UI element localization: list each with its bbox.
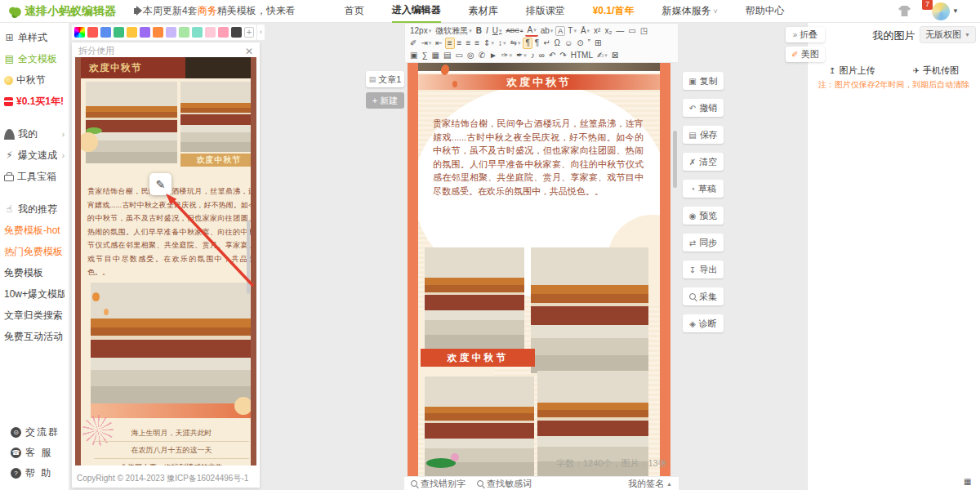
skin-icon[interactable] [898, 6, 911, 16]
find-typo-button[interactable]: 查找错别字 [411, 478, 466, 490]
superscript-button[interactable]: x² [592, 25, 602, 37]
article-content[interactable]: 欢度中秋节 贵家结饰台榭，民间争占酒楼玩月，丝篁鼎沸，连宵嬉戏......古时中… [418, 63, 660, 476]
sidebar-item-help[interactable]: ?帮 助 [0, 463, 69, 483]
edit-pencil-button[interactable]: ✎ [149, 173, 172, 195]
html-button[interactable]: HTML [569, 50, 595, 61]
blockquote-button[interactable]: ‟ [586, 38, 592, 49]
text-style-button[interactable]: T▾ [566, 25, 578, 37]
undo-button[interactable]: ↶ [547, 50, 557, 61]
grid-view-icon[interactable]: ▦ [964, 477, 971, 486]
my-signature-button[interactable]: 我的签名 ▲ [628, 478, 672, 490]
nav-price[interactable]: ¥0.1/首年 [593, 0, 635, 23]
align-center-button[interactable]: ≡ [456, 38, 464, 49]
color-swatch[interactable] [192, 27, 203, 38]
diagnose-button[interactable]: ◈诊断 [683, 314, 724, 332]
new-doc-button[interactable]: ▭ [626, 25, 637, 37]
undo-button[interactable]: ↶撤销 [683, 99, 724, 117]
media-button[interactable]: ► [488, 50, 499, 61]
export-button[interactable]: ↧导出 [683, 261, 724, 278]
preview-button[interactable]: ◉预览 [683, 207, 724, 225]
paste-button[interactable]: ▣ [408, 50, 419, 61]
line-break-button[interactable]: ↵ [541, 38, 551, 49]
text-direction-button[interactable]: ⇋▾ [508, 38, 522, 49]
nav-assets[interactable]: 素材库 [469, 0, 498, 23]
record-button[interactable]: ◎ [466, 50, 476, 61]
collapse-panel-button[interactable]: » 折叠 [786, 27, 825, 42]
color-swatch[interactable] [153, 27, 163, 38]
brush-button[interactable]: ✑▾ [500, 50, 514, 61]
color-swatch[interactable] [74, 27, 85, 38]
draft-button[interactable]: ◔草稿 [683, 180, 724, 198]
color-swatch[interactable] [166, 27, 176, 38]
highlight-color-button[interactable]: ab▾ [539, 25, 555, 37]
sidebar-item-free-template-hot[interactable]: 免费模板-hot [0, 220, 69, 241]
nav-media-services[interactable]: 新媒体服务˅ [662, 0, 717, 23]
paragraph-ltr-button[interactable]: ¶ [523, 38, 532, 49]
sync-button[interactable]: ⇄同步 [683, 234, 724, 252]
save-button[interactable]: ▤保存 [683, 126, 724, 144]
sidebar-item-free-activity[interactable]: 免费互动活动 [0, 326, 69, 347]
font-size-select[interactable]: 12px▾ [408, 25, 433, 37]
color-swatch[interactable] [100, 27, 111, 38]
palette-collapse-button[interactable]: ‹ [257, 24, 265, 40]
subscript-button[interactable]: x₂ [603, 25, 613, 37]
sidebar-item-full-template[interactable]: ▤全文模板 [0, 48, 69, 69]
palace-image[interactable] [531, 247, 648, 373]
redo-button[interactable]: ↷ [558, 50, 568, 61]
fullscreen-button[interactable]: ⊠ [610, 50, 620, 61]
sidebar-item-mine[interactable]: 我的› [0, 123, 69, 145]
align-left-button[interactable]: ≡ [445, 38, 455, 49]
paragraph-rtl-button[interactable]: ¶ [533, 38, 541, 49]
letter-spacing-button[interactable]: Ā▾ [579, 25, 591, 37]
new-article-button[interactable]: + 新建 [366, 92, 404, 109]
format-painter-button[interactable]: ✐ [408, 38, 418, 49]
link-button[interactable]: ∞ [537, 50, 546, 61]
spacing-button[interactable]: ↕▾ [497, 38, 508, 49]
color-swatch[interactable] [87, 27, 98, 38]
color-swatch[interactable] [231, 27, 242, 38]
sidebar-item-promo[interactable]: ¥0.1买1年! [0, 91, 69, 112]
sidebar-item-chat-group[interactable]: ⊙交流群 [0, 422, 69, 443]
music-button[interactable]: ♪ [529, 50, 537, 61]
font-family-select[interactable]: 微软雅黑▾ [434, 25, 474, 37]
nav-editor[interactable]: 进入编辑器 [392, 0, 441, 23]
align-right-button[interactable]: ≡ [464, 38, 472, 49]
beautify-image-button[interactable]: ✐ 美图 [786, 47, 825, 62]
color-swatch[interactable] [205, 27, 216, 38]
sidebar-item-article-search[interactable]: 文章归类搜索 [0, 305, 69, 326]
upload-image-button[interactable]: ↥ 图片上传 [829, 65, 875, 77]
bold-button[interactable]: B [474, 25, 483, 37]
sidebar-item-single-style[interactable]: ⊞单样式 [0, 27, 69, 48]
gallery-button[interactable]: ▤ [442, 50, 452, 61]
sidebar-item-mid-autumn[interactable]: 中秋节 [0, 69, 69, 91]
strikethrough-button[interactable]: ABC▾ [504, 25, 524, 37]
collect-button[interactable]: 采集 [683, 287, 724, 305]
user-menu[interactable]: 7 ▼ [932, 2, 959, 20]
color-swatch[interactable] [140, 27, 150, 38]
logo[interactable]: 速排小蚂蚁编辑器 [8, 4, 116, 19]
color-swatch[interactable] [179, 27, 189, 38]
color-swatch[interactable] [114, 27, 124, 38]
color-swatch[interactable] [127, 27, 137, 38]
preview-scrollbar[interactable] [247, 220, 250, 294]
pen-button[interactable]: ✒▾ [514, 50, 528, 61]
font-color-button[interactable]: A▾ [525, 25, 537, 37]
indent-button[interactable]: ⇥▾ [419, 38, 433, 49]
emoji-button[interactable]: ☺ [563, 38, 574, 49]
sidebar-item-hot-article[interactable]: ⚡爆文速成› [0, 145, 69, 166]
italic-button[interactable]: I [484, 25, 490, 37]
nav-help[interactable]: 帮助中心 [746, 0, 785, 23]
video-button[interactable]: ▭ [454, 50, 465, 61]
outdent-button[interactable]: ⇤ [434, 38, 443, 49]
nav-course[interactable]: 排版课堂 [526, 0, 565, 23]
palace-image[interactable] [425, 247, 524, 349]
sidebar-item-free-template[interactable]: 免费模板 [0, 262, 69, 283]
align-justify-button[interactable]: ≡ [473, 38, 481, 49]
image-button[interactable]: ▦ [430, 50, 441, 61]
border-button[interactable]: A [555, 26, 565, 36]
editor-canvas[interactable]: 欢度中秋节 贵家结饰台榭，民间争占酒楼玩月，丝篁鼎沸，连宵嬉戏......古时中… [408, 63, 670, 476]
special-char-button[interactable]: Ω [553, 38, 562, 49]
template-preview[interactable]: 欢度中秋节 欢度中秋节 贵家结饰台榭，民间争占酒楼玩月，丝篁鼎沸，连宵嬉戏...… [75, 57, 256, 466]
find-sensitive-button[interactable]: 查找敏感词 [477, 478, 532, 490]
nav-home[interactable]: 首页 [345, 0, 364, 23]
